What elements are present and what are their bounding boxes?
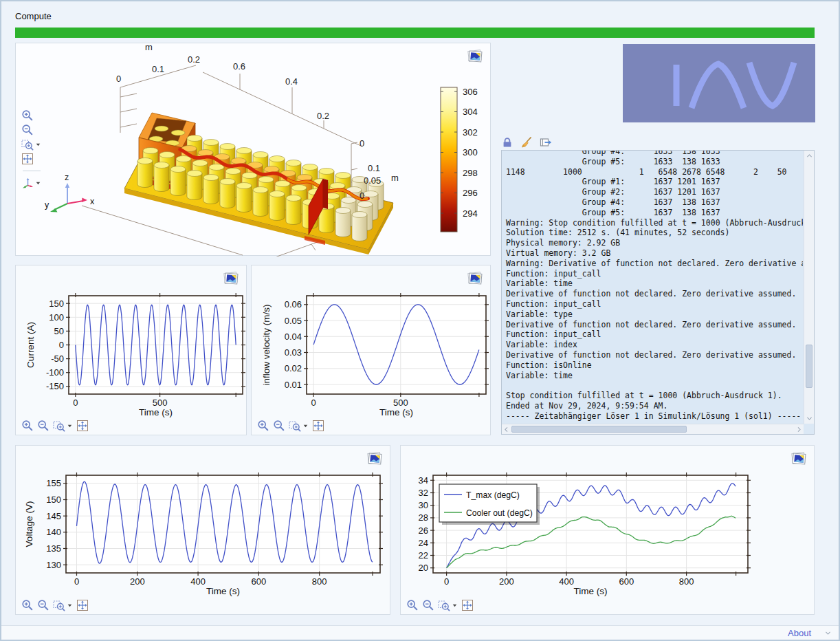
log-line: Group #5: 1633 138 1633 — [506, 157, 803, 167]
zoom-in-button[interactable] — [257, 420, 269, 432]
scroll-right-icon[interactable] — [795, 426, 803, 433]
y-tick-label: 150 — [49, 298, 64, 309]
chevron-down-icon[interactable] — [67, 602, 73, 609]
zoom-in-button[interactable] — [21, 599, 34, 611]
plot-window-button[interactable] — [222, 270, 240, 285]
log-line: Warning: Stop condition fulfilled at t =… — [506, 218, 803, 228]
x-tick-label: 400 — [559, 576, 574, 587]
collapse-chevron-icon[interactable] — [824, 629, 832, 637]
log-toolbar — [501, 136, 552, 149]
clear-log-broom-icon[interactable] — [520, 136, 533, 149]
plot-window-button[interactable] — [366, 450, 384, 466]
scrollbar-thumb[interactable] — [806, 345, 813, 389]
zoom-extents-button[interactable] — [21, 153, 52, 165]
log-line: Derivative of function not declared. Zer… — [506, 289, 803, 299]
y-axis-title: inflow velocity (m/s) — [261, 305, 272, 386]
temperature-plot-panel: 02004006008003432302826242220Time (s)T_m… — [400, 445, 815, 615]
y-tick-label: 130 — [46, 560, 61, 570]
scroll-left-icon[interactable] — [502, 426, 510, 433]
log-line: Group #2: 1637 1201 1637 — [506, 187, 803, 197]
zoom-out-button[interactable] — [37, 420, 49, 432]
export-log-icon[interactable] — [540, 136, 552, 149]
log-line: Function: input_call — [506, 299, 803, 309]
inflow-velocity-chart: 05000.060.050.040.030.020.01Time (s)infl… — [252, 265, 491, 436]
app-window: Compute 00.10.20.60.40.200.10.050mmzyx 3… — [0, 0, 840, 641]
zoom-out-button[interactable] — [273, 420, 285, 432]
scroll-up-icon[interactable] — [806, 152, 813, 160]
log-line: Variable: time — [506, 279, 803, 289]
zoom-in-button[interactable] — [21, 420, 34, 432]
y-tick-label: 0.02 — [285, 363, 302, 373]
scroll-down-icon[interactable] — [806, 415, 813, 422]
about-link[interactable]: About — [788, 628, 811, 638]
chevron-down-icon[interactable] — [67, 423, 73, 429]
zoom-box-button[interactable] — [21, 138, 34, 151]
voltage-plot-panel: 0200400600800155150145140135130Time (s)V… — [15, 445, 390, 615]
temperature-colorbar: 306304302300298296294 — [436, 83, 491, 248]
zoom-in-button[interactable] — [406, 599, 419, 611]
current-plot-panel: 0500150100500-50-100-150Time (s)Current … — [15, 265, 247, 435]
zoom-box-button[interactable] — [53, 420, 65, 432]
x-tick-label: 0 — [73, 398, 78, 408]
x-tick-label: 500 — [153, 398, 168, 408]
log-line: Function: input_call — [506, 269, 803, 279]
x-axis-title: Time (s) — [139, 407, 173, 417]
zoom-extents-button[interactable] — [312, 420, 324, 432]
axis-tick-label: 0.1 — [368, 163, 380, 173]
axis-tick-label: 0 — [360, 138, 364, 149]
zoom-in-button[interactable] — [21, 109, 52, 122]
log-horizontal-scrollbar[interactable] — [502, 424, 804, 434]
compute-label: Compute — [15, 11, 52, 21]
y-tick-label: -150 — [46, 381, 64, 391]
log-line: Ended at Nov 29, 2024, 9:59:54 AM. — [506, 401, 803, 411]
log-line — [506, 380, 803, 391]
y-tick-label: -100 — [46, 367, 64, 378]
zoom-out-button[interactable] — [37, 599, 49, 611]
plot-icon — [467, 271, 484, 285]
log-vertical-scrollbar[interactable] — [804, 151, 814, 424]
y-axis-title: Current (A) — [25, 322, 36, 368]
plot-window-button[interactable] — [790, 450, 808, 466]
zoom-out-button[interactable] — [422, 599, 434, 611]
solver-log-panel[interactable]: Group #4: 1633 138 1633 Group #5: 1633 1… — [501, 150, 815, 435]
x-tick-label: 600 — [619, 576, 634, 587]
go-to-view-button[interactable] — [21, 177, 34, 189]
chevron-down-icon[interactable] — [452, 602, 458, 609]
y-tick-label: 30 — [419, 500, 428, 510]
log-line: Group #4: 1633 138 1633 — [506, 150, 803, 157]
log-text: Group #4: 1633 138 1633 Group #5: 1633 1… — [502, 150, 803, 423]
y-tick-label: 34 — [419, 475, 428, 486]
legend-label: T_max (degC) — [466, 490, 520, 500]
status-bar: About — [1, 625, 839, 640]
x-tick-label: 400 — [190, 576, 206, 587]
zoom-extents-button[interactable] — [76, 599, 89, 611]
zoom-out-button[interactable] — [21, 124, 52, 136]
axis-tick-label: 0 — [116, 74, 121, 84]
chevron-down-icon[interactable] — [302, 423, 309, 429]
zoom-box-button[interactable] — [289, 420, 301, 432]
axis-unit-label: m — [391, 173, 399, 183]
y-tick-label: 0.01 — [285, 380, 302, 390]
x-axis-title: Time (s) — [574, 586, 608, 596]
triad-z-label: z — [65, 173, 69, 182]
x-tick-label: 0 — [74, 576, 79, 587]
voltage-chart: 0200400600800155150145140135130Time (s)V… — [16, 446, 391, 616]
x-tick-label: 0 — [311, 398, 316, 408]
scrollbar-thumb[interactable] — [511, 426, 687, 433]
zoom-box-button[interactable] — [53, 599, 65, 611]
y-tick-label: 145 — [46, 511, 61, 521]
lock-icon[interactable] — [501, 136, 513, 149]
y-tick-label: 150 — [46, 495, 61, 505]
y-tick-label: 26 — [419, 525, 428, 536]
axis-tick-label: 0.2 — [188, 54, 200, 65]
zoom-extents-button[interactable] — [461, 599, 474, 611]
axis-tick-label: 0.2 — [317, 111, 329, 121]
y-tick-label: 0.05 — [285, 316, 302, 326]
chevron-down-icon[interactable] — [35, 142, 41, 148]
plot-window-button[interactable] — [466, 48, 484, 63]
log-line: Virtual memory: 3.2 GB — [506, 248, 803, 259]
plot-window-button[interactable] — [466, 270, 484, 285]
chevron-down-icon[interactable] — [35, 180, 41, 186]
zoom-box-button[interactable] — [438, 599, 450, 611]
zoom-extents-button[interactable] — [76, 420, 89, 432]
